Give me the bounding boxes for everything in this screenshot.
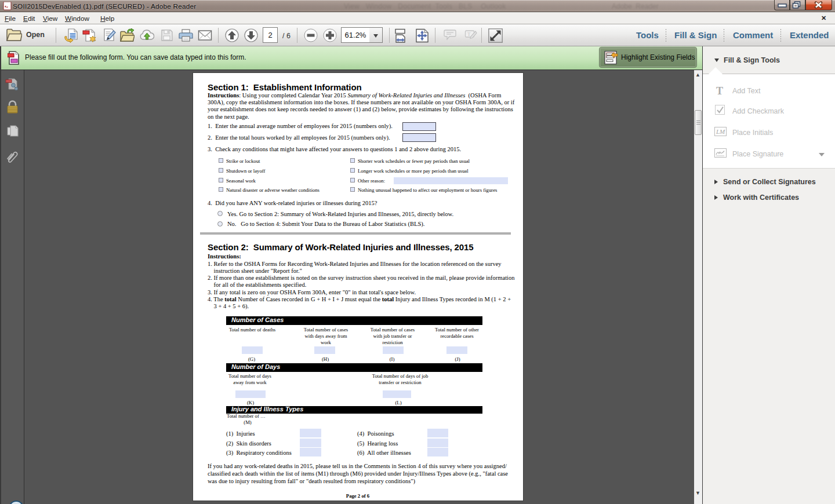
svg-text:LM: LM bbox=[716, 128, 725, 135]
svg-text:T: T bbox=[467, 31, 471, 37]
